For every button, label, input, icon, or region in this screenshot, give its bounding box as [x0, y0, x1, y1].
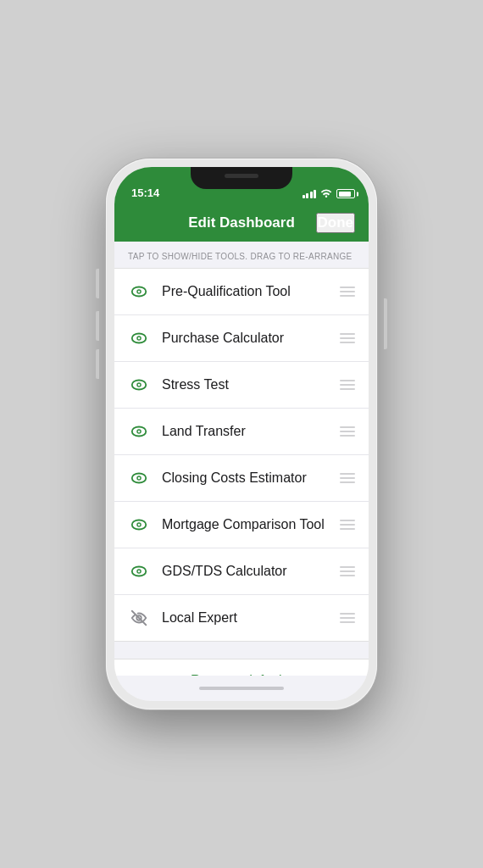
- svg-point-20: [138, 570, 141, 573]
- signal-icon: [303, 190, 317, 198]
- tool-name-label: Land Transfer: [162, 424, 340, 439]
- drag-handle-icon[interactable]: [340, 380, 355, 390]
- tool-item[interactable]: Pre-Qualification Tool: [114, 269, 369, 315]
- eye-visible-icon[interactable]: [128, 327, 150, 349]
- drag-handle-icon[interactable]: [340, 333, 355, 343]
- tool-item[interactable]: Local Expert: [114, 595, 369, 641]
- tool-item[interactable]: Stress Test: [114, 362, 369, 409]
- drag-handle-icon[interactable]: [340, 287, 355, 297]
- eye-visible-icon[interactable]: [128, 514, 150, 536]
- tool-name-label: Pre-Qualification Tool: [162, 284, 340, 299]
- done-button[interactable]: Done: [316, 213, 356, 233]
- drag-handle-icon[interactable]: [340, 520, 355, 530]
- phone-screen: 15:14 Edit Dashboard: [114, 167, 369, 701]
- nav-bar: Edit Dashboard Done: [114, 204, 369, 242]
- instructions-label: TAP TO SHOW/HIDE TOOLS. DRAG TO RE-ARRAN…: [114, 242, 369, 268]
- tool-list: Pre-Qualification Tool Purchase Calculat…: [114, 268, 369, 642]
- svg-point-14: [138, 477, 141, 480]
- eye-hidden-icon[interactable]: [128, 607, 150, 629]
- eye-visible-icon[interactable]: [128, 467, 150, 489]
- svg-point-5: [138, 337, 141, 340]
- drag-handle-icon[interactable]: [340, 426, 355, 437]
- battery-icon: [336, 189, 355, 198]
- tool-item[interactable]: Purchase Calculator: [114, 315, 369, 362]
- drag-handle-icon[interactable]: [340, 473, 355, 483]
- speaker: [225, 174, 258, 178]
- wifi-icon: [320, 188, 332, 199]
- phone-frame: 15:14 Edit Dashboard: [106, 159, 377, 709]
- svg-point-2: [138, 291, 141, 293]
- drag-handle-icon[interactable]: [340, 613, 355, 623]
- tool-name-label: Stress Test: [162, 377, 340, 392]
- notch: [191, 167, 292, 189]
- home-indicator: [114, 676, 369, 701]
- content-area: TAP TO SHOW/HIDE TOOLS. DRAG TO RE-ARRAN…: [114, 242, 369, 676]
- eye-visible-icon[interactable]: [128, 374, 150, 396]
- eye-visible-icon[interactable]: [128, 420, 150, 442]
- status-time: 15:14: [131, 186, 159, 199]
- status-icons: [303, 188, 356, 199]
- tool-name-label: Closing Costs Estimator: [162, 470, 340, 486]
- tool-name-label: GDS/TDS Calculator: [162, 564, 340, 579]
- reset-section: Reset to defaults: [114, 659, 369, 676]
- drag-handle-icon[interactable]: [340, 566, 355, 576]
- tool-name-label: Local Expert: [162, 610, 340, 626]
- eye-visible-icon[interactable]: [128, 281, 150, 303]
- tool-item[interactable]: GDS/TDS Calculator: [114, 548, 369, 595]
- status-bar: 15:14: [114, 167, 369, 204]
- tool-item[interactable]: Land Transfer: [114, 409, 369, 455]
- eye-visible-icon[interactable]: [128, 560, 150, 582]
- tool-item[interactable]: Mortgage Comparison Tool: [114, 502, 369, 548]
- tool-name-label: Purchase Calculator: [162, 331, 340, 346]
- home-bar: [199, 687, 284, 690]
- svg-point-11: [138, 431, 141, 433]
- svg-point-8: [138, 384, 141, 387]
- page-title: Edit Dashboard: [188, 214, 295, 231]
- tool-item[interactable]: Closing Costs Estimator: [114, 455, 369, 502]
- svg-point-17: [138, 524, 141, 526]
- tool-name-label: Mortgage Comparison Tool: [162, 517, 340, 532]
